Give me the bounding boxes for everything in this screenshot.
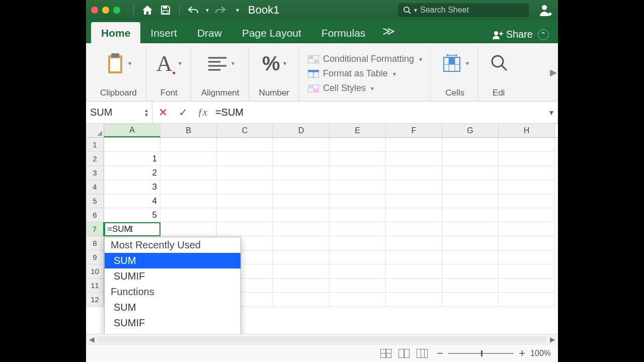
cell[interactable] <box>442 222 499 236</box>
cell[interactable]: 4 <box>104 194 160 208</box>
cell[interactable] <box>386 138 442 152</box>
close-window-button[interactable] <box>91 7 98 14</box>
cell[interactable] <box>273 293 330 307</box>
redo-icon[interactable] <box>214 4 227 17</box>
horizontal-scrollbar[interactable]: ◀ ▶ <box>86 334 558 344</box>
cell[interactable] <box>217 138 273 152</box>
cell[interactable] <box>330 236 386 250</box>
cell[interactable] <box>499 180 555 194</box>
column-header[interactable]: H <box>499 124 555 137</box>
formula-input[interactable]: =SUM <box>212 107 545 118</box>
fullscreen-window-button[interactable] <box>113 7 120 14</box>
format-as-table-button[interactable]: Format as Table ▾ <box>308 68 396 79</box>
cell[interactable] <box>499 222 555 236</box>
select-all-corner[interactable] <box>86 124 104 137</box>
tab-home[interactable]: Home <box>91 22 140 43</box>
cell[interactable]: 5 <box>104 208 160 222</box>
qat-customize-icon[interactable]: ▾ <box>236 7 239 14</box>
cell[interactable] <box>442 194 499 208</box>
cell[interactable] <box>273 236 330 250</box>
minimize-window-button[interactable] <box>102 7 109 14</box>
cell[interactable] <box>160 180 217 194</box>
row-header[interactable]: 2 <box>86 152 104 166</box>
cell[interactable] <box>160 138 217 152</box>
name-box-stepper[interactable]: ▲▼ <box>144 108 149 117</box>
save-icon[interactable] <box>159 4 172 17</box>
cell[interactable] <box>273 180 330 194</box>
column-header[interactable]: C <box>217 124 273 137</box>
row-header[interactable]: 12 <box>86 293 104 307</box>
row-header[interactable]: 3 <box>86 166 104 180</box>
cell[interactable] <box>273 264 330 279</box>
share-button[interactable]: Share <box>492 29 533 40</box>
row-header[interactable]: 11 <box>86 279 104 293</box>
cell[interactable] <box>386 236 442 250</box>
cell[interactable] <box>499 138 555 152</box>
search-dropdown-icon[interactable]: ▾ <box>414 7 417 14</box>
tab-formulas[interactable]: Formulas <box>311 22 376 43</box>
scrollbar-track[interactable] <box>97 336 547 342</box>
row-header[interactable]: 9 <box>86 250 104 264</box>
cell[interactable] <box>386 208 442 222</box>
cell[interactable] <box>386 222 442 236</box>
cell[interactable] <box>442 138 499 152</box>
cell[interactable] <box>442 293 499 307</box>
scroll-left-icon[interactable]: ◀ <box>86 335 97 343</box>
cell[interactable] <box>499 250 555 264</box>
accept-formula-button[interactable]: ✓ <box>174 106 193 119</box>
cell[interactable] <box>499 166 555 180</box>
cell[interactable] <box>330 194 386 208</box>
cell[interactable]: 2 <box>104 166 160 180</box>
alignment-dropdown-icon[interactable]: ▾ <box>231 60 234 67</box>
row-header[interactable]: 6 <box>86 208 104 222</box>
cell[interactable] <box>217 152 273 166</box>
active-cell[interactable]: =SUM I <box>104 222 160 236</box>
cell[interactable] <box>499 194 555 208</box>
cell[interactable] <box>499 236 555 250</box>
cell[interactable] <box>386 250 442 264</box>
cell[interactable] <box>217 194 273 208</box>
cell[interactable] <box>273 194 330 208</box>
zoom-level[interactable]: 100% <box>530 349 551 358</box>
expand-formula-bar-button[interactable]: ▼ <box>545 109 558 117</box>
cell[interactable] <box>442 250 499 264</box>
alignment-button[interactable]: ▾ <box>206 48 234 78</box>
cell[interactable] <box>442 236 499 250</box>
cell[interactable] <box>442 166 499 180</box>
cell[interactable] <box>160 194 217 208</box>
cell[interactable] <box>217 166 273 180</box>
autocomplete-item[interactable]: SUM <box>105 253 240 268</box>
cell[interactable] <box>217 222 273 236</box>
zoom-out-button[interactable]: − <box>437 347 443 360</box>
tab-page-layout[interactable]: Page Layout <box>232 22 311 43</box>
cell[interactable] <box>160 152 217 166</box>
cell[interactable] <box>386 152 442 166</box>
number-dropdown-icon[interactable]: ▾ <box>283 60 286 67</box>
cell[interactable] <box>330 222 386 236</box>
ribbon-scroll-right-icon[interactable]: ▶ <box>550 62 557 82</box>
undo-icon[interactable] <box>187 4 200 17</box>
cell[interactable] <box>442 264 499 279</box>
normal-view-button[interactable] <box>380 349 391 358</box>
autocomplete-item[interactable]: SUMIF <box>105 268 240 284</box>
font-dropdown-icon[interactable]: ▾ <box>179 60 182 67</box>
font-button[interactable]: A▪ ▾ <box>156 48 182 78</box>
cell[interactable] <box>330 293 386 307</box>
page-layout-view-button[interactable] <box>398 349 410 358</box>
search-box[interactable]: ▾ <box>398 3 529 17</box>
cell[interactable] <box>273 208 330 222</box>
row-header[interactable]: 4 <box>86 180 104 194</box>
tab-draw[interactable]: Draw <box>187 22 232 43</box>
cell[interactable] <box>330 138 386 152</box>
cell[interactable] <box>499 293 555 307</box>
cell[interactable] <box>442 279 499 293</box>
spreadsheet-grid[interactable]: A B C D E F G H 12132435465789101112 =SU… <box>86 124 558 362</box>
cell[interactable] <box>386 293 442 307</box>
cell[interactable] <box>386 279 442 293</box>
cell[interactable] <box>217 180 273 194</box>
cell[interactable] <box>499 152 555 166</box>
paste-button[interactable]: ▾ <box>105 48 131 78</box>
paste-dropdown-icon[interactable]: ▾ <box>128 60 131 67</box>
cell[interactable] <box>499 264 555 279</box>
cell[interactable] <box>499 279 555 293</box>
